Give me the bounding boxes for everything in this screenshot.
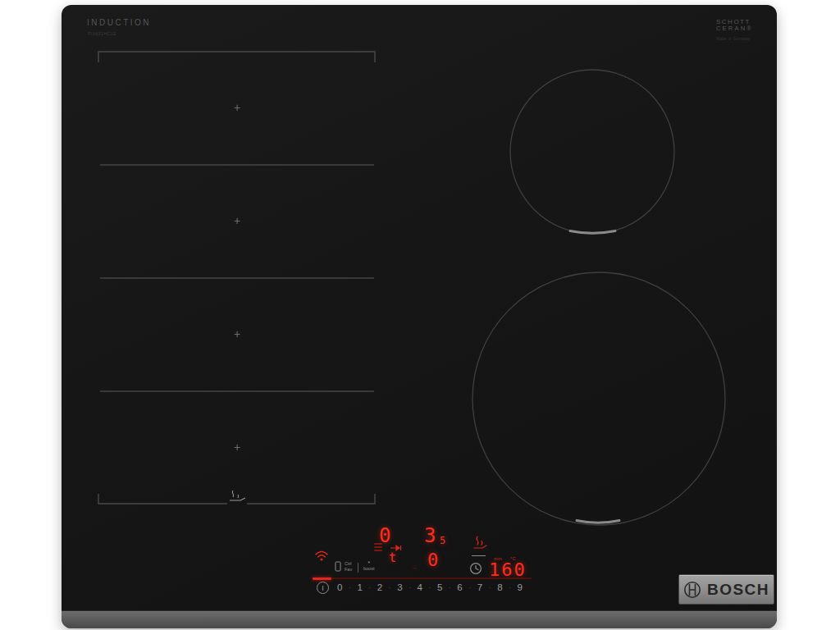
- slider-dot: ·: [509, 584, 511, 591]
- flex-zone-bottom-bracket-right: [247, 494, 375, 504]
- flex-zone-bottom-bracket-left: [98, 494, 227, 504]
- round-zone-large: [472, 272, 725, 525]
- slider-number-1[interactable]: 1: [357, 582, 362, 592]
- slider-dot: ·: [449, 584, 451, 591]
- flex-plus-mark-2: +: [234, 214, 240, 227]
- fry-sensor-icon[interactable]: [472, 536, 488, 551]
- slider-dot: ·: [489, 584, 491, 591]
- boost-key[interactable]: * boost: [363, 561, 374, 572]
- move-pot-indicator: t: [389, 545, 402, 564]
- front-trim: [62, 610, 777, 628]
- power-level-slider[interactable]: 0 · 1 · 2 · 3 · 4 · 5 · 6 · 7 · 8 · 9: [337, 582, 523, 592]
- round-zone-small: [510, 70, 674, 234]
- slider-number-4[interactable]: 4: [418, 582, 422, 592]
- power-button[interactable]: I: [317, 582, 329, 594]
- slider-number-3[interactable]: 3: [397, 582, 402, 592]
- slider-active-segment: [313, 578, 331, 580]
- slider-track[interactable]: [331, 578, 532, 579]
- star-icon: ☆: [412, 562, 418, 571]
- cooking-zones-graphics: + + + +: [0, 0, 840, 630]
- power-button-label: I: [322, 584, 324, 592]
- boost-key-label: boost: [363, 566, 374, 572]
- mobile-phone-icon: [335, 561, 341, 572]
- slider-dot: ·: [429, 584, 431, 591]
- round-zone-small-marker: [570, 231, 615, 234]
- slider-number-6[interactable]: 6: [457, 582, 462, 592]
- timer-divider: [472, 555, 486, 556]
- wifi-icon: [314, 550, 329, 562]
- flex-plus-mark-4: +: [234, 441, 240, 454]
- slider-number-9[interactable]: 9: [518, 582, 523, 592]
- fry-sensor-zone-icon: [230, 491, 245, 500]
- slider-number-0[interactable]: 0: [337, 582, 342, 592]
- bosch-anchor-icon: [683, 581, 701, 599]
- left-zone-level-display: 0: [379, 526, 390, 546]
- slider-dot: ·: [409, 584, 411, 591]
- slider-dot: ·: [349, 584, 351, 591]
- timer-clock-icon[interactable]: [469, 562, 482, 575]
- slider-number-8[interactable]: 8: [497, 582, 502, 592]
- flex-plus-mark-1: +: [234, 101, 240, 114]
- bosch-logo-text: BOSCH: [707, 581, 769, 599]
- move-pot-letter: t: [389, 552, 402, 564]
- slider-number-2[interactable]: 2: [377, 582, 382, 592]
- key-divider: [358, 563, 358, 573]
- slider-number-7[interactable]: 7: [477, 582, 482, 592]
- flex-plus-mark-3: +: [234, 327, 240, 340]
- power-level-display: 3: [424, 526, 436, 546]
- slider-dot: ·: [468, 584, 471, 591]
- power-level-decimal: 5: [440, 536, 445, 546]
- bosch-logo-badge: BOSCH: [678, 574, 774, 605]
- product-photo: INDUCTION PIX631HC1E SCHOTT CERAN® Made …: [0, 0, 840, 630]
- remote-key-label-1: Ctrl: [345, 561, 352, 567]
- home-connect-key[interactable]: Ctrl Fav: [335, 561, 352, 572]
- round-zone-large-marker: [577, 521, 619, 523]
- slider-dot: ·: [389, 584, 391, 591]
- slider-dot: ·: [368, 584, 371, 591]
- right-zone-level-display: 0: [427, 551, 438, 569]
- slider-number-5[interactable]: 5: [437, 582, 442, 592]
- flex-zone-top-bracket: [98, 52, 375, 62]
- remote-key-label-2: Fav: [345, 567, 352, 573]
- timer-display: 160: [489, 561, 527, 579]
